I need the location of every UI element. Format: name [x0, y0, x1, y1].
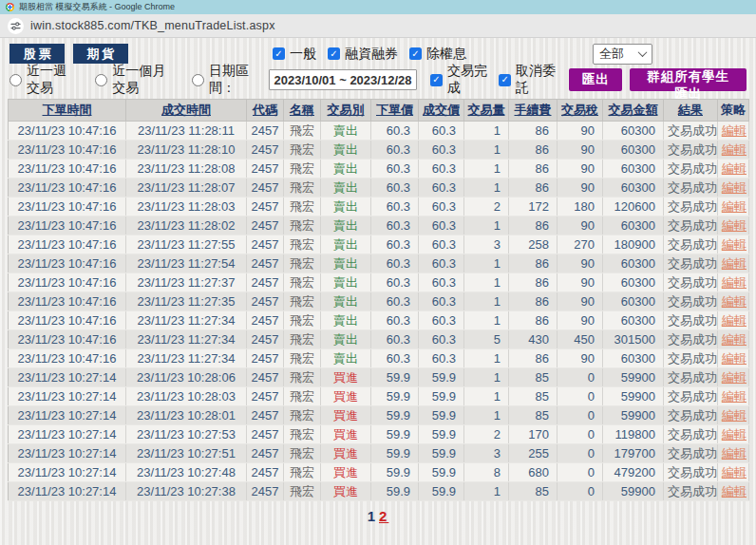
checked-checkbox-icon[interactable]: [499, 74, 511, 86]
column-header-2[interactable]: 代碼: [247, 100, 284, 122]
export-all-students-button[interactable]: 群組所有學生匯出: [630, 68, 747, 91]
cell-deal_price: 60.3: [419, 216, 464, 235]
radio-icon[interactable]: [9, 74, 22, 86]
column-header-7[interactable]: 交易量: [464, 100, 509, 122]
tab-stocks[interactable]: 股票: [9, 44, 65, 64]
column-header-4[interactable]: 交易別: [321, 100, 371, 122]
cell-amount: 60300: [603, 273, 664, 292]
cell-amount: 60300: [603, 179, 664, 197]
edit-link[interactable]: 編輯: [722, 294, 747, 309]
edit-link[interactable]: 編輯: [722, 465, 747, 479]
column-header-12: 策略: [718, 100, 749, 122]
edit-link[interactable]: 編輯: [722, 446, 747, 460]
cell-tax: 450: [558, 330, 603, 349]
edit-link[interactable]: 編輯: [722, 237, 747, 252]
period-radio[interactable]: 近一個月交易: [95, 63, 176, 97]
edit-link[interactable]: 編輯: [722, 180, 747, 195]
cell-order_price: 60.3: [371, 197, 419, 216]
cell-deal_time: 23/11/23 11:27:34: [126, 311, 247, 330]
page-number-link[interactable]: 2: [379, 508, 388, 524]
edit-link[interactable]: 編輯: [722, 351, 747, 366]
checked-checkbox-icon[interactable]: [409, 47, 422, 60]
cell-deal_time: 23/11/23 11:27:34: [126, 330, 247, 349]
column-header-5[interactable]: 下單價: [371, 100, 419, 122]
cell-name: 飛宏: [284, 179, 321, 197]
column-header-8[interactable]: 手續費: [509, 100, 558, 122]
period-radio[interactable]: 近一週交易: [9, 63, 79, 97]
edit-link[interactable]: 編輯: [722, 275, 747, 290]
cell-amount: 179700: [603, 444, 664, 463]
cell-deal_price: 60.3: [419, 235, 464, 254]
period-radio-group: 近一週交易近一個月交易日期區間：: [9, 63, 261, 97]
radio-icon[interactable]: [95, 74, 107, 86]
column-header-11[interactable]: 結果: [664, 100, 718, 122]
export-button[interactable]: 匯出: [569, 68, 622, 91]
cell-deal_price: 59.9: [419, 406, 464, 425]
edit-link[interactable]: 編輯: [722, 484, 747, 498]
table-row: 23/11/23 10:27:1423/11/23 10:27:482457飛宏…: [9, 463, 749, 482]
cell-result: 交易成功: [664, 387, 718, 406]
table-row: 23/11/23 10:47:1623/11/23 11:28:032457飛宏…: [9, 197, 749, 216]
table-row: 23/11/23 10:47:1623/11/23 11:27:342457飛宏…: [9, 349, 749, 368]
column-header-9[interactable]: 交易稅: [558, 100, 603, 122]
edit-link[interactable]: 編輯: [722, 256, 747, 271]
status-checkbox[interactable]: 交易完成: [430, 63, 489, 97]
column-header-0[interactable]: 下單時間: [9, 100, 126, 122]
cell-name: 飛宏: [284, 254, 321, 273]
cell-side: 買進: [321, 368, 371, 387]
cell-action: 編輯: [718, 254, 749, 273]
cell-amount: 180900: [603, 235, 664, 254]
trade-type-checkbox[interactable]: 一般: [273, 46, 316, 63]
cell-result: 交易成功: [664, 235, 718, 254]
cell-fee: 86: [509, 311, 558, 330]
filter-select[interactable]: 全部: [593, 44, 652, 65]
browser-address-bar[interactable]: iwin.stock885.com/TKB_menuTradeList.aspx: [0, 14, 756, 38]
trade-type-checkbox[interactable]: 融資融券: [328, 46, 398, 63]
cell-qty: 1: [464, 254, 509, 273]
cell-side: 買進: [321, 444, 371, 463]
cell-deal_price: 60.3: [419, 330, 464, 349]
cell-order_time: 23/11/23 10:47:16: [9, 311, 126, 330]
cell-code: 2457: [247, 406, 284, 425]
cell-order_price: 60.3: [371, 330, 419, 349]
checked-checkbox-icon[interactable]: [328, 47, 340, 60]
edit-link[interactable]: 編輯: [722, 123, 747, 138]
column-header-10[interactable]: 交易金額: [603, 100, 664, 122]
cell-action: 編輯: [718, 216, 749, 235]
edit-link[interactable]: 編輯: [722, 389, 747, 404]
trade-table: 下單時間成交時間代碼名稱交易別下單價成交價交易量手續費交易稅交易金額結果策略 2…: [8, 99, 749, 501]
column-header-3[interactable]: 名稱: [284, 100, 321, 122]
edit-link[interactable]: 編輯: [722, 427, 747, 442]
status-checkbox[interactable]: 取消委託: [499, 63, 558, 97]
date-range-input[interactable]: [269, 69, 417, 90]
cell-code: 2457: [247, 349, 284, 368]
column-header-6[interactable]: 成交價: [419, 100, 464, 122]
cell-amount: 60300: [603, 349, 664, 368]
edit-link[interactable]: 編輯: [722, 218, 747, 233]
cell-result: 交易成功: [664, 368, 718, 387]
cell-qty: 1: [464, 482, 509, 501]
tab-futures[interactable]: 期貨: [73, 44, 128, 64]
edit-link[interactable]: 編輯: [722, 370, 747, 385]
site-settings-icon[interactable]: [8, 18, 24, 34]
edit-link[interactable]: 編輯: [722, 408, 747, 423]
edit-link[interactable]: 編輯: [722, 161, 747, 176]
checked-checkbox-icon[interactable]: [430, 74, 443, 86]
cell-amount: 120600: [603, 197, 664, 216]
column-header-1[interactable]: 成交時間: [126, 100, 247, 122]
cell-deal_time: 23/11/23 11:28:07: [126, 179, 247, 197]
cell-order_price: 60.3: [371, 122, 419, 141]
cell-qty: 5: [464, 330, 509, 349]
cell-fee: 170: [509, 425, 558, 444]
checked-checkbox-icon[interactable]: [273, 47, 285, 60]
cell-qty: 1: [464, 406, 509, 425]
period-radio[interactable]: 日期區間：: [192, 63, 261, 97]
radio-icon[interactable]: [192, 74, 204, 86]
cell-fee: 85: [509, 482, 558, 501]
cell-side: 賣出: [321, 235, 371, 254]
trade-type-checkbox[interactable]: 除權息: [409, 46, 466, 63]
edit-link[interactable]: 編輯: [722, 332, 747, 347]
edit-link[interactable]: 編輯: [722, 142, 747, 157]
edit-link[interactable]: 編輯: [722, 199, 747, 214]
edit-link[interactable]: 編輯: [722, 313, 747, 328]
